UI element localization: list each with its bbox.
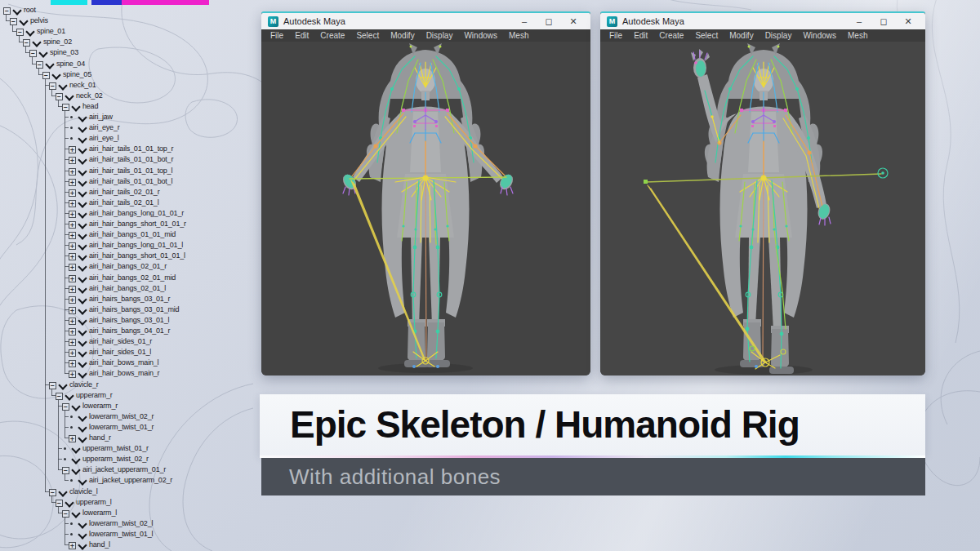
expand-toggle[interactable]: + [69, 349, 76, 357]
expand-toggle[interactable]: + [69, 168, 76, 176]
viewport-canvas[interactable] [600, 42, 925, 375]
outliner-node-spine_01[interactable]: −spine_01 [0, 26, 237, 37]
viewport-canvas[interactable] [261, 42, 590, 375]
outliner-node-airi_jacket_upperarm_02_r[interactable]: airi_jacket_upperarm_02_r [0, 475, 237, 486]
menu-item-select[interactable]: Select [689, 31, 724, 40]
collapse-toggle[interactable]: − [62, 104, 69, 111]
outliner-node-airi_hairs_bangs_03_01_l[interactable]: +airi_hairs_bangs_03_01_l [0, 315, 237, 326]
outliner-node-airi_jacket_upperarm_01_r[interactable]: −airi_jacket_upperarm_01_r [0, 464, 237, 475]
maximize-button[interactable]: ◻ [537, 13, 561, 29]
outliner-node-airi_hair_sides_01_l[interactable]: +airi_hair_sides_01_l [0, 347, 237, 358]
expand-toggle[interactable]: + [69, 157, 76, 164]
outliner-node-spine_03[interactable]: −spine_03 [0, 47, 237, 58]
outliner-node-airi_hair_bangs_long_01_01_l[interactable]: +airi_hair_bangs_long_01_01_l [0, 240, 237, 251]
outliner-node-airi_hair_tails_01_01_bot_r[interactable]: +airi_hair_tails_01_01_bot_r [0, 154, 237, 165]
outliner-node-spine_04[interactable]: −spine_04 [0, 59, 237, 69]
outliner-node-airi_hair_tails_01_01_bot_l[interactable]: +airi_hair_tails_01_01_bot_l [0, 176, 237, 187]
menu-item-mesh[interactable]: Mesh [842, 31, 873, 40]
expand-toggle[interactable]: + [69, 232, 76, 239]
close-button[interactable]: ✕ [896, 13, 920, 29]
window-titlebar[interactable]: M Autodesk Maya – ◻ ✕ [261, 13, 590, 29]
menu-item-file[interactable]: File [604, 31, 628, 40]
outliner-node-spine_02[interactable]: −spine_02 [0, 37, 237, 47]
expand-toggle[interactable]: + [69, 360, 76, 367]
collapse-toggle[interactable]: − [56, 93, 63, 100]
collapse-toggle[interactable]: − [49, 82, 56, 90]
outliner-node-neck_02[interactable]: −neck_02 [0, 91, 237, 101]
outliner-node-airi_hair_sides_01_r[interactable]: +airi_hair_sides_01_r [0, 336, 237, 347]
collapse-toggle[interactable]: − [3, 7, 11, 15]
expand-toggle[interactable]: + [69, 371, 76, 378]
menu-item-modify[interactable]: Modify [385, 31, 420, 40]
expand-toggle[interactable]: + [69, 264, 76, 271]
outliner-node-airi_hair_bows_main_r[interactable]: +airi_hair_bows_main_r [0, 368, 237, 379]
collapse-toggle[interactable]: − [42, 72, 50, 79]
expand-toggle[interactable]: + [69, 318, 76, 325]
expand-toggle[interactable]: + [69, 542, 76, 549]
collapse-toggle[interactable]: − [62, 403, 69, 411]
expand-toggle[interactable]: + [69, 179, 76, 186]
outliner-node-airi_hair_bangs_02_01_r[interactable]: +airi_hair_bangs_02_01_r [0, 261, 237, 272]
outliner-node-head[interactable]: −head [0, 101, 237, 112]
expand-toggle[interactable]: + [69, 286, 76, 293]
outliner-node-airi_jaw[interactable]: airi_jaw [0, 112, 237, 122]
expand-toggle[interactable]: + [69, 307, 76, 314]
expand-toggle[interactable]: + [69, 296, 76, 304]
collapse-toggle[interactable]: − [62, 467, 69, 474]
outliner-node-upperarm_l[interactable]: −upperarm_l [0, 497, 237, 508]
outliner-node-airi_hair_bangs_short_01_01_l[interactable]: +airi_hair_bangs_short_01_01_l [0, 251, 237, 261]
outliner-node-pelvis[interactable]: −pelvis [0, 16, 237, 26]
outliner-node-airi_hairs_bangs_04_01_r[interactable]: +airi_hairs_bangs_04_01_r [0, 326, 237, 336]
expand-toggle[interactable]: + [69, 242, 76, 250]
collapse-toggle[interactable]: − [62, 510, 69, 518]
outliner-node-lowerarm_twist_01_r[interactable]: lowerarm_twist_01_r [0, 422, 237, 433]
outliner-node-airi_hair_tails_02_01_r[interactable]: +airi_hair_tails_02_01_r [0, 187, 237, 198]
expand-toggle[interactable]: + [69, 328, 76, 335]
outliner-node-lowerarm_l[interactable]: −lowerarm_l [0, 508, 237, 518]
outliner-node-lowerarm_twist_01_l[interactable]: lowerarm_twist_01_l [0, 529, 237, 540]
outliner-node-airi_hairs_bangs_03_01_r[interactable]: +airi_hairs_bangs_03_01_r [0, 294, 237, 304]
menu-item-display[interactable]: Display [760, 31, 798, 40]
expand-toggle[interactable]: + [69, 189, 76, 197]
outliner-node-airi_eye_r[interactable]: airi_eye_r [0, 122, 237, 133]
collapse-toggle[interactable]: − [56, 393, 63, 400]
menu-item-select[interactable]: Select [350, 31, 385, 40]
outliner-node-lowerarm_twist_02_l[interactable]: lowerarm_twist_02_l [0, 518, 237, 529]
outliner-node-airi_hair_tails_01_01_top_l[interactable]: +airi_hair_tails_01_01_top_l [0, 166, 237, 176]
menu-item-edit[interactable]: Edit [289, 31, 314, 40]
outliner-tree[interactable]: −root−pelvis−spine_01−spine_02−spine_03−… [0, 5, 245, 551]
expand-toggle[interactable]: + [69, 221, 76, 229]
maximize-button[interactable]: ◻ [871, 13, 896, 29]
collapse-toggle[interactable]: − [49, 382, 56, 389]
close-button[interactable]: ✕ [561, 13, 586, 29]
expand-toggle[interactable]: + [69, 146, 76, 153]
menu-item-modify[interactable]: Modify [724, 31, 759, 40]
menu-item-file[interactable]: File [265, 31, 289, 40]
outliner-node-spine_05[interactable]: −spine_05 [0, 69, 237, 80]
outliner-node-root[interactable]: −root [0, 5, 237, 16]
expand-toggle[interactable]: + [69, 275, 76, 282]
outliner-node-upperarm_twist_02_r[interactable]: upperarm_twist_02_r [0, 454, 237, 464]
outliner-node-airi_hair_bangs_02_01_l[interactable]: +airi_hair_bangs_02_01_l [0, 283, 237, 294]
menu-item-display[interactable]: Display [421, 31, 459, 40]
collapse-toggle[interactable]: − [10, 18, 17, 25]
expand-toggle[interactable]: + [69, 339, 76, 346]
outliner-node-airi_eye_l[interactable]: airi_eye_l [0, 133, 237, 144]
outliner-node-hand_l[interactable]: +hand_l [0, 540, 237, 550]
collapse-toggle[interactable]: − [16, 29, 24, 36]
outliner-node-airi_hair_bows_main_l[interactable]: +airi_hair_bows_main_l [0, 358, 237, 368]
collapse-toggle[interactable]: − [56, 500, 63, 507]
outliner-node-upperarm_twist_01_r[interactable]: upperarm_twist_01_r [0, 443, 237, 454]
expand-toggle[interactable]: + [69, 211, 76, 218]
menu-item-mesh[interactable]: Mesh [503, 31, 534, 40]
expand-toggle[interactable]: + [69, 435, 76, 442]
collapse-toggle[interactable]: − [29, 50, 37, 57]
expand-toggle[interactable]: + [69, 253, 76, 260]
outliner-node-airi_hair_tails_01_01_top_r[interactable]: +airi_hair_tails_01_01_top_r [0, 144, 237, 154]
outliner-node-airi_hair_bangs_short_01_01_r[interactable]: +airi_hair_bangs_short_01_01_r [0, 219, 237, 229]
outliner-node-airi_hairs_bangs_03_01_mid[interactable]: +airi_hairs_bangs_03_01_mid [0, 304, 237, 315]
outliner-node-neck_01[interactable]: −neck_01 [0, 80, 237, 91]
outliner-node-clavicle_l[interactable]: −clavicle_l [0, 487, 237, 497]
outliner-node-airi_hair_tails_02_01_l[interactable]: +airi_hair_tails_02_01_l [0, 198, 237, 208]
collapse-toggle[interactable]: − [36, 61, 43, 69]
